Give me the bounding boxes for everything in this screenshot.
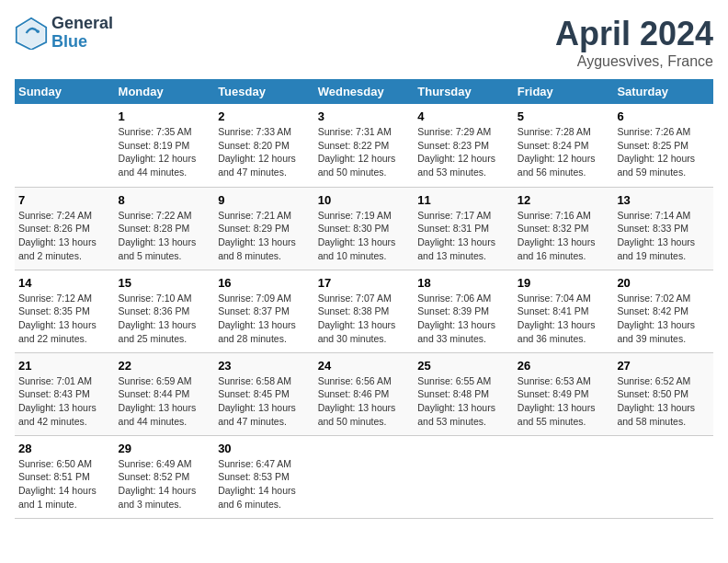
day-detail: Sunrise: 7:22 AM Sunset: 8:28 PM Dayligh… bbox=[119, 209, 211, 263]
week-row-1: 1Sunrise: 7:35 AM Sunset: 8:19 PM Daylig… bbox=[15, 104, 713, 187]
day-header-thursday: Thursday bbox=[414, 79, 514, 104]
title-block: April 2024 Ayguesvives, France bbox=[555, 15, 713, 70]
day-number: 13 bbox=[617, 193, 710, 207]
day-number: 22 bbox=[119, 359, 211, 373]
calendar-body: 1Sunrise: 7:35 AM Sunset: 8:19 PM Daylig… bbox=[15, 104, 713, 518]
day-number: 3 bbox=[318, 109, 411, 123]
day-detail: Sunrise: 7:28 AM Sunset: 8:24 PM Dayligh… bbox=[518, 125, 610, 179]
day-detail: Sunrise: 7:31 AM Sunset: 8:22 PM Dayligh… bbox=[318, 125, 411, 179]
day-cell: 5Sunrise: 7:28 AM Sunset: 8:24 PM Daylig… bbox=[514, 104, 614, 187]
week-row-4: 21Sunrise: 7:01 AM Sunset: 8:43 PM Dayli… bbox=[15, 352, 713, 435]
day-cell: 30Sunrise: 6:47 AM Sunset: 8:53 PM Dayli… bbox=[214, 435, 314, 518]
day-number: 11 bbox=[417, 193, 510, 207]
logo-icon bbox=[15, 17, 48, 50]
day-number: 5 bbox=[518, 109, 610, 123]
day-detail: Sunrise: 7:07 AM Sunset: 8:38 PM Dayligh… bbox=[318, 292, 411, 346]
day-header-sunday: Sunday bbox=[15, 79, 115, 104]
logo-text: General Blue bbox=[51, 15, 113, 52]
day-cell: 14Sunrise: 7:12 AM Sunset: 8:35 PM Dayli… bbox=[15, 270, 115, 352]
day-detail: Sunrise: 7:01 AM Sunset: 8:43 PM Dayligh… bbox=[18, 374, 111, 429]
day-detail: Sunrise: 6:58 AM Sunset: 8:45 PM Dayligh… bbox=[218, 374, 311, 429]
day-cell: 16Sunrise: 7:09 AM Sunset: 8:37 PM Dayli… bbox=[214, 270, 314, 352]
day-detail: Sunrise: 7:12 AM Sunset: 8:35 PM Dayligh… bbox=[18, 292, 111, 346]
day-detail: Sunrise: 7:26 AM Sunset: 8:25 PM Dayligh… bbox=[617, 125, 710, 179]
day-cell: 13Sunrise: 7:14 AM Sunset: 8:33 PM Dayli… bbox=[613, 187, 713, 270]
day-detail: Sunrise: 6:49 AM Sunset: 8:52 PM Dayligh… bbox=[119, 457, 211, 511]
month-title: April 2024 bbox=[555, 15, 713, 53]
day-cell: 6Sunrise: 7:26 AM Sunset: 8:25 PM Daylig… bbox=[613, 104, 713, 187]
day-cell: 2Sunrise: 7:33 AM Sunset: 8:20 PM Daylig… bbox=[214, 104, 314, 187]
day-cell: 15Sunrise: 7:10 AM Sunset: 8:36 PM Dayli… bbox=[115, 270, 215, 352]
day-detail: Sunrise: 7:06 AM Sunset: 8:39 PM Dayligh… bbox=[417, 292, 510, 346]
day-number: 17 bbox=[318, 276, 411, 290]
day-detail: Sunrise: 7:10 AM Sunset: 8:36 PM Dayligh… bbox=[119, 292, 211, 346]
day-detail: Sunrise: 7:29 AM Sunset: 8:23 PM Dayligh… bbox=[417, 125, 510, 179]
calendar-table: SundayMondayTuesdayWednesdayThursdayFrid… bbox=[15, 79, 713, 519]
day-number: 30 bbox=[218, 442, 311, 455]
day-number: 25 bbox=[417, 359, 510, 373]
day-cell: 27Sunrise: 6:52 AM Sunset: 8:50 PM Dayli… bbox=[613, 352, 713, 435]
svg-point-2 bbox=[36, 29, 40, 33]
day-cell: 4Sunrise: 7:29 AM Sunset: 8:23 PM Daylig… bbox=[414, 104, 514, 187]
week-row-2: 7Sunrise: 7:24 AM Sunset: 8:26 PM Daylig… bbox=[15, 187, 713, 270]
day-cell: 12Sunrise: 7:16 AM Sunset: 8:32 PM Dayli… bbox=[514, 187, 614, 270]
logo-blue-text: Blue bbox=[51, 33, 113, 52]
day-detail: Sunrise: 6:59 AM Sunset: 8:44 PM Dayligh… bbox=[119, 374, 211, 429]
calendar-header: SundayMondayTuesdayWednesdayThursdayFrid… bbox=[15, 79, 713, 104]
day-cell bbox=[15, 104, 115, 187]
day-cell: 19Sunrise: 7:04 AM Sunset: 8:41 PM Dayli… bbox=[514, 270, 614, 352]
day-detail: Sunrise: 7:19 AM Sunset: 8:30 PM Dayligh… bbox=[318, 209, 411, 263]
day-number: 21 bbox=[18, 359, 111, 373]
day-number: 29 bbox=[119, 442, 211, 455]
logo: General Blue bbox=[15, 15, 113, 52]
day-cell: 29Sunrise: 6:49 AM Sunset: 8:52 PM Dayli… bbox=[115, 435, 215, 518]
day-header-monday: Monday bbox=[115, 79, 215, 104]
day-header-tuesday: Tuesday bbox=[214, 79, 314, 104]
day-number: 12 bbox=[518, 193, 610, 207]
day-number: 19 bbox=[518, 276, 610, 290]
day-detail: Sunrise: 7:04 AM Sunset: 8:41 PM Dayligh… bbox=[518, 292, 610, 346]
day-number: 8 bbox=[119, 193, 211, 207]
day-cell: 1Sunrise: 7:35 AM Sunset: 8:19 PM Daylig… bbox=[115, 104, 215, 187]
day-number: 2 bbox=[218, 109, 311, 123]
day-cell: 25Sunrise: 6:55 AM Sunset: 8:48 PM Dayli… bbox=[414, 352, 514, 435]
page-header: General Blue April 2024 Ayguesvives, Fra… bbox=[15, 15, 713, 70]
day-detail: Sunrise: 7:16 AM Sunset: 8:32 PM Dayligh… bbox=[518, 209, 610, 263]
day-number: 9 bbox=[218, 193, 311, 207]
day-detail: Sunrise: 7:21 AM Sunset: 8:29 PM Dayligh… bbox=[218, 209, 311, 263]
day-number: 18 bbox=[417, 276, 510, 290]
day-cell: 26Sunrise: 6:53 AM Sunset: 8:49 PM Dayli… bbox=[514, 352, 614, 435]
day-cell: 18Sunrise: 7:06 AM Sunset: 8:39 PM Dayli… bbox=[414, 270, 514, 352]
day-cell: 20Sunrise: 7:02 AM Sunset: 8:42 PM Dayli… bbox=[613, 270, 713, 352]
logo-general-text: General bbox=[51, 15, 113, 33]
day-detail: Sunrise: 7:02 AM Sunset: 8:42 PM Dayligh… bbox=[617, 292, 710, 346]
day-number: 15 bbox=[119, 276, 211, 290]
day-cell: 3Sunrise: 7:31 AM Sunset: 8:22 PM Daylig… bbox=[314, 104, 415, 187]
day-cell: 9Sunrise: 7:21 AM Sunset: 8:29 PM Daylig… bbox=[214, 187, 314, 270]
day-number: 23 bbox=[218, 359, 311, 373]
location: Ayguesvives, France bbox=[555, 53, 713, 70]
day-detail: Sunrise: 7:14 AM Sunset: 8:33 PM Dayligh… bbox=[617, 209, 710, 263]
day-detail: Sunrise: 7:33 AM Sunset: 8:20 PM Dayligh… bbox=[218, 125, 311, 179]
day-number: 28 bbox=[18, 442, 111, 455]
day-cell: 8Sunrise: 7:22 AM Sunset: 8:28 PM Daylig… bbox=[115, 187, 215, 270]
days-header-row: SundayMondayTuesdayWednesdayThursdayFrid… bbox=[15, 79, 713, 104]
day-detail: Sunrise: 6:55 AM Sunset: 8:48 PM Dayligh… bbox=[417, 374, 510, 429]
day-cell: 22Sunrise: 6:59 AM Sunset: 8:44 PM Dayli… bbox=[115, 352, 215, 435]
day-cell: 24Sunrise: 6:56 AM Sunset: 8:46 PM Dayli… bbox=[314, 352, 415, 435]
day-cell: 21Sunrise: 7:01 AM Sunset: 8:43 PM Dayli… bbox=[15, 352, 115, 435]
day-header-friday: Friday bbox=[514, 79, 614, 104]
day-cell: 23Sunrise: 6:58 AM Sunset: 8:45 PM Dayli… bbox=[214, 352, 314, 435]
day-cell: 10Sunrise: 7:19 AM Sunset: 8:30 PM Dayli… bbox=[314, 187, 415, 270]
day-cell: 17Sunrise: 7:07 AM Sunset: 8:38 PM Dayli… bbox=[314, 270, 415, 352]
day-number: 7 bbox=[18, 193, 111, 207]
week-row-3: 14Sunrise: 7:12 AM Sunset: 8:35 PM Dayli… bbox=[15, 270, 713, 352]
day-number: 24 bbox=[318, 359, 411, 373]
day-detail: Sunrise: 6:56 AM Sunset: 8:46 PM Dayligh… bbox=[318, 374, 411, 429]
day-number: 6 bbox=[617, 109, 710, 123]
day-detail: Sunrise: 6:50 AM Sunset: 8:51 PM Dayligh… bbox=[18, 457, 111, 511]
day-number: 1 bbox=[119, 109, 211, 123]
day-number: 27 bbox=[617, 359, 710, 373]
day-detail: Sunrise: 7:17 AM Sunset: 8:31 PM Dayligh… bbox=[417, 209, 510, 263]
day-detail: Sunrise: 7:09 AM Sunset: 8:37 PM Dayligh… bbox=[218, 292, 311, 346]
